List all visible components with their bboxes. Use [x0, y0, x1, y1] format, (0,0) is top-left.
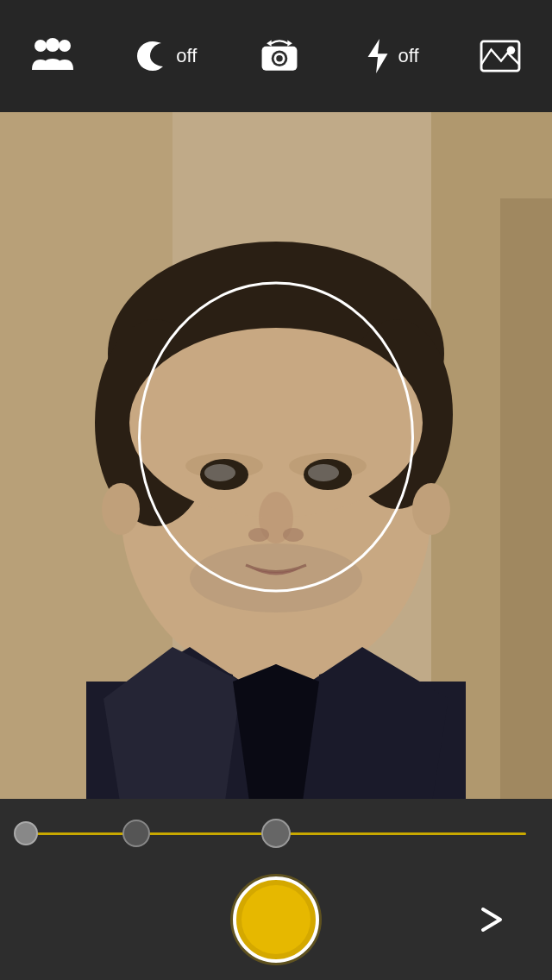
capture-button[interactable]: [233, 876, 319, 963]
timeline-track: [26, 832, 526, 835]
arrow-right-icon: [474, 902, 509, 937]
rotate-camera-button[interactable]: [257, 38, 302, 74]
svg-point-35: [412, 483, 450, 535]
svg-point-2: [46, 38, 60, 52]
night-mode-label: off: [176, 45, 197, 67]
people-button[interactable]: [30, 37, 75, 75]
svg-point-34: [102, 483, 140, 535]
svg-point-0: [34, 40, 47, 52]
gallery-button[interactable]: [479, 38, 522, 74]
svg-point-1: [59, 40, 71, 52]
timeline-dot-1[interactable]: [14, 821, 38, 845]
svg-rect-15: [500, 198, 552, 799]
timeline-dot-2[interactable]: [122, 820, 150, 847]
timeline-dot-3[interactable]: [261, 819, 291, 848]
next-button[interactable]: [474, 902, 509, 937]
svg-marker-9: [367, 39, 387, 73]
night-mode-button[interactable]: off: [135, 38, 197, 74]
svg-marker-7: [287, 40, 292, 46]
capture-row: [0, 868, 552, 971]
timeline-strip: [0, 807, 552, 859]
app-container: off off: [0, 0, 552, 980]
flash-label: off: [398, 45, 419, 67]
svg-marker-8: [267, 40, 272, 46]
flash-button[interactable]: off: [362, 37, 419, 75]
bottom-controls: [0, 799, 552, 980]
toolbar: off off: [0, 0, 552, 112]
svg-point-11: [507, 47, 516, 55]
svg-point-6: [276, 55, 282, 61]
face-detection-circle: [138, 281, 414, 592]
capture-button-inner: [242, 885, 310, 954]
camera-viewfinder[interactable]: [0, 112, 552, 799]
